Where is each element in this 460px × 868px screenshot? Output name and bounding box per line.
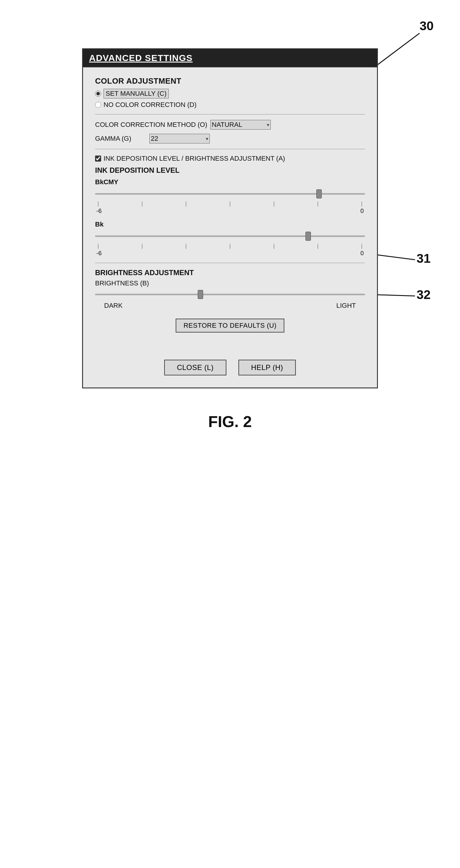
gamma-value: 22 xyxy=(151,135,158,143)
dark-label: DARK xyxy=(104,302,123,310)
radio-no-correction[interactable] xyxy=(95,102,101,108)
color-correction-method-row: COLOR CORRECTION METHOD (O) NATURAL ▾ xyxy=(95,120,365,130)
bkcmy-scale: -6 0 xyxy=(95,208,365,214)
brightness-section: BRIGHTNESS ADJUSTMENT BRIGHTNESS (B) DAR… xyxy=(95,269,365,310)
color-adjustment-section: COLOR ADJUSTMENT SET MANUALLY (C) NO COL… xyxy=(95,76,365,109)
bk-thumb[interactable] xyxy=(305,231,311,241)
svg-line-0 xyxy=(371,33,420,69)
spacer xyxy=(95,339,365,351)
restore-button-container: RESTORE TO DEFAULTS (U) xyxy=(95,316,365,339)
bk-min: -6 xyxy=(96,250,102,257)
brightness-thumb[interactable] xyxy=(198,290,203,299)
dialog-title: ADVANCED SETTINGS xyxy=(89,53,193,63)
help-button[interactable]: HELP (H) xyxy=(238,360,296,375)
bk-slider-track-area xyxy=(95,230,365,242)
bkcmy-slider-group: BkCMY | | | | | | | -6 0 xyxy=(95,178,365,214)
radio-set-manually-label: SET MANUALLY (C) xyxy=(103,89,169,98)
radio-set-manually-row: SET MANUALLY (C) xyxy=(95,89,365,98)
divider-3 xyxy=(95,263,365,263)
ref-32-text: 32 xyxy=(417,287,431,302)
ref-31-text: 31 xyxy=(417,251,431,266)
page-wrapper: 30 31 32 ADVANCED SETTINGS COLOR ADJUSTM… xyxy=(0,0,460,868)
bk-label: Bk xyxy=(95,220,365,228)
divider-2 xyxy=(95,149,365,149)
divider-1 xyxy=(95,114,365,115)
bkcmy-min: -6 xyxy=(96,208,102,214)
brightness-adjustment-label: BRIGHTNESS ADJUSTMENT xyxy=(95,269,365,277)
light-label: LIGHT xyxy=(336,302,356,310)
ink-deposition-checkbox-label: INK DEPOSITION LEVEL / BRIGHTNESS ADJUST… xyxy=(103,155,285,162)
bk-scale: -6 0 xyxy=(95,250,365,257)
gamma-dropdown[interactable]: 22 ▾ xyxy=(150,134,210,144)
dialog-title-bar: ADVANCED SETTINGS xyxy=(83,49,377,67)
bkcmy-ticks: | | | | | | | xyxy=(95,200,365,208)
brightness-slider-label: BRIGHTNESS (B) xyxy=(95,279,365,287)
color-correction-method-dropdown[interactable]: NATURAL ▾ xyxy=(210,120,271,130)
color-correction-method-value: NATURAL xyxy=(212,121,242,129)
radio-set-manually[interactable] xyxy=(95,91,101,97)
gamma-label: GAMMA (G) xyxy=(95,135,131,143)
bkcmy-max: 0 xyxy=(360,208,364,214)
radio-no-correction-label: NO COLOR CORRECTION (D) xyxy=(103,101,197,109)
ink-deposition-checkbox[interactable] xyxy=(95,156,101,162)
ref-30-text: 30 xyxy=(420,19,434,33)
ink-deposition-level-label: INK DEPOSITION LEVEL xyxy=(95,166,365,175)
radio-no-correction-row: NO COLOR CORRECTION (D) xyxy=(95,101,365,109)
dialog-window: ADVANCED SETTINGS COLOR ADJUSTMENT SET M… xyxy=(82,48,378,389)
bkcmy-thumb[interactable] xyxy=(316,189,322,198)
ink-deposition-checkbox-row: INK DEPOSITION LEVEL / BRIGHTNESS ADJUST… xyxy=(95,155,365,162)
brightness-scale: DARK LIGHT xyxy=(95,302,365,310)
bk-track xyxy=(95,236,365,237)
bkcmy-label: BkCMY xyxy=(95,178,365,186)
dialog-body: COLOR ADJUSTMENT SET MANUALLY (C) NO COL… xyxy=(83,67,377,388)
bk-max: 0 xyxy=(360,250,364,257)
brightness-slider-track-area xyxy=(95,288,365,301)
bkcmy-track xyxy=(95,193,365,195)
bottom-buttons: CLOSE (L) HELP (H) xyxy=(95,360,365,375)
bk-ticks: | | | | | | | xyxy=(95,242,365,250)
bk-slider-group: Bk | | | | | | | -6 0 xyxy=(95,220,365,257)
brightness-track xyxy=(95,294,365,296)
gamma-row: GAMMA (G) 22 ▾ xyxy=(95,134,365,144)
fig-label: FIG. 2 xyxy=(208,412,252,431)
restore-button[interactable]: RESTORE TO DEFAULTS (U) xyxy=(176,319,284,333)
gamma-arrow: ▾ xyxy=(206,136,208,142)
color-correction-method-label: COLOR CORRECTION METHOD (O) xyxy=(95,121,207,129)
close-button[interactable]: CLOSE (L) xyxy=(164,360,226,375)
bkcmy-slider-track-area xyxy=(95,188,365,200)
color-adjustment-label: COLOR ADJUSTMENT xyxy=(95,76,365,86)
color-correction-method-arrow: ▾ xyxy=(267,122,269,128)
